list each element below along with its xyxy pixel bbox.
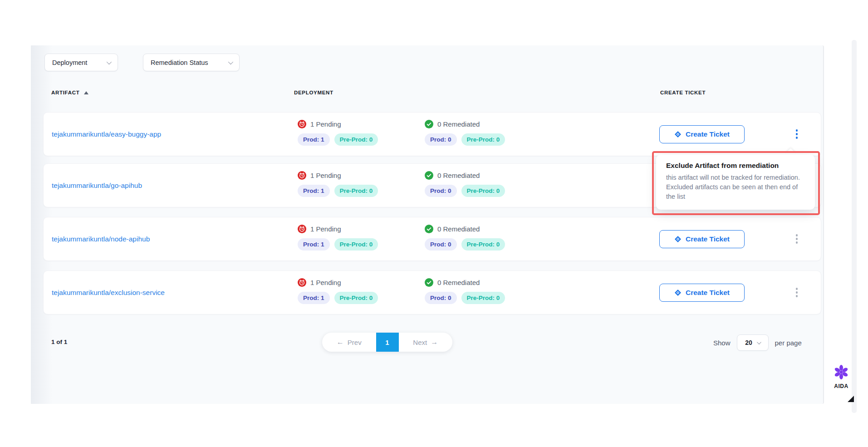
table-header: ARTIFACT DEPLOYMENT CREATE TICKET xyxy=(31,90,823,100)
page-size-control: Show 20 per page xyxy=(713,334,802,352)
table-row: tejakummarikuntla/node-apihub 1 Pending … xyxy=(43,217,821,261)
ticket-diamond-icon xyxy=(674,236,682,243)
artifact-link[interactable]: tejakummarikuntla/easy-buggy-app xyxy=(52,130,161,138)
artifact-link[interactable]: tejakummarikuntla/exclusion-service xyxy=(52,289,165,297)
tooltip-body: this artifact will not be tracked for re… xyxy=(666,173,805,201)
next-page-label: Next xyxy=(413,339,427,346)
per-page-label: per page xyxy=(775,339,802,347)
remediated-check-icon xyxy=(425,171,433,180)
table-row: tejakummarikuntla/exclusion-service 1 Pe… xyxy=(43,270,821,314)
aida-label: AIDA xyxy=(831,383,851,389)
sort-ascending-icon xyxy=(84,91,88,94)
prod-pending-badge: Prod: 1 xyxy=(298,185,330,197)
preprod-remediated-badge: Pre-Prod: 0 xyxy=(461,185,505,197)
row-menu-kebab-icon[interactable] xyxy=(783,217,810,260)
page-size-value: 20 xyxy=(745,339,752,346)
arrow-right-icon: → xyxy=(431,338,438,346)
create-ticket-button[interactable]: Create Ticket xyxy=(659,230,745,248)
prod-remediated-badge: Prod: 0 xyxy=(425,185,457,197)
ticket-diamond-icon xyxy=(674,289,682,296)
resize-handle-cursor xyxy=(848,396,854,402)
pending-clock-icon xyxy=(298,171,306,180)
page-summary: 1 of 1 xyxy=(51,339,67,345)
current-page-button[interactable]: 1 xyxy=(376,333,399,352)
remediated-cell: 0 Remediated Prod: 0 Pre-Prod: 0 xyxy=(425,224,505,251)
remediation-status-filter-label: Remediation Status xyxy=(151,59,208,66)
chevron-down-icon xyxy=(107,59,112,64)
pending-clock-icon xyxy=(298,120,306,128)
pagination-control: ← Prev 1 Next → xyxy=(322,333,452,352)
column-header-artifact-label: ARTIFACT xyxy=(51,90,79,95)
remediated-count-label: 0 Remediated xyxy=(437,225,480,233)
aida-widget[interactable]: AIDA xyxy=(831,364,851,389)
pending-cell: 1 Pending Prod: 1 Pre-Prod: 0 xyxy=(298,119,378,146)
pending-cell: 1 Pending Prod: 1 Pre-Prod: 0 xyxy=(298,278,378,304)
page-size-select[interactable]: 20 xyxy=(737,334,769,351)
create-ticket-label: Create Ticket xyxy=(686,289,730,297)
show-label: Show xyxy=(713,339,731,347)
remediated-cell: 0 Remediated Prod: 0 Pre-Prod: 0 xyxy=(425,278,505,304)
column-header-deployment: DEPLOYMENT xyxy=(294,90,333,95)
prod-remediated-badge: Prod: 0 xyxy=(425,292,457,304)
preprod-remediated-badge: Pre-Prod: 0 xyxy=(461,238,505,251)
prod-pending-badge: Prod: 1 xyxy=(298,133,330,146)
preprod-pending-badge: Pre-Prod: 0 xyxy=(334,133,378,146)
page: Deployment Remediation Status ARTIFACT D… xyxy=(0,0,868,447)
preprod-remediated-badge: Pre-Prod: 0 xyxy=(461,133,505,146)
preprod-remediated-badge: Pre-Prod: 0 xyxy=(461,292,505,304)
table-row: tejakummarikuntla/easy-buggy-app 1 Pendi… xyxy=(43,112,821,156)
column-header-artifact[interactable]: ARTIFACT xyxy=(51,90,88,95)
prev-page-label: Prev xyxy=(348,339,362,346)
pending-clock-icon xyxy=(298,278,306,287)
column-header-create-ticket-label: CREATE TICKET xyxy=(660,90,706,95)
remediated-count-label: 0 Remediated xyxy=(437,172,480,179)
prod-remediated-badge: Prod: 0 xyxy=(425,238,457,251)
pending-cell: 1 Pending Prod: 1 Pre-Prod: 0 xyxy=(298,171,378,197)
artifact-link[interactable]: tejakummarikuntla/node-apihub xyxy=(52,235,150,243)
prod-pending-badge: Prod: 1 xyxy=(298,238,330,251)
pending-count-label: 1 Pending xyxy=(310,120,341,128)
tooltip-title: Exclude Artifact from remediation xyxy=(666,162,805,170)
remediated-count-label: 0 Remediated xyxy=(437,120,480,128)
chevron-down-icon xyxy=(757,340,761,344)
ticket-diamond-icon xyxy=(674,131,682,138)
arrow-left-icon: ← xyxy=(337,338,344,346)
row-menu-kebab-icon[interactable] xyxy=(783,113,810,156)
pending-clock-icon xyxy=(298,225,306,233)
create-ticket-button[interactable]: Create Ticket xyxy=(659,125,745,143)
pending-count-label: 1 Pending xyxy=(310,279,341,286)
create-ticket-label: Create Ticket xyxy=(686,130,730,138)
prod-pending-badge: Prod: 1 xyxy=(298,292,330,304)
remediated-check-icon xyxy=(425,225,433,233)
exclude-artifact-tooltip: Exclude Artifact from remediation this a… xyxy=(656,155,815,210)
preprod-pending-badge: Pre-Prod: 0 xyxy=(334,292,378,304)
artifact-link[interactable]: tejakummarikuntla/go-apihub xyxy=(52,182,142,190)
next-page-button[interactable]: Next → xyxy=(399,333,453,352)
pending-cell: 1 Pending Prod: 1 Pre-Prod: 0 xyxy=(298,224,378,251)
prod-remediated-badge: Prod: 0 xyxy=(425,133,457,146)
create-ticket-button[interactable]: Create Ticket xyxy=(659,284,745,302)
pending-count-label: 1 Pending xyxy=(310,225,341,233)
deployment-filter-dropdown[interactable]: Deployment xyxy=(44,54,118,71)
pending-count-label: 1 Pending xyxy=(310,172,341,179)
preprod-pending-badge: Pre-Prod: 0 xyxy=(334,185,378,197)
remediation-status-filter-dropdown[interactable]: Remediation Status xyxy=(143,54,240,71)
prev-page-button[interactable]: ← Prev xyxy=(322,333,376,352)
deployment-filter-label: Deployment xyxy=(52,59,87,66)
scrollbar-track[interactable] xyxy=(852,40,857,413)
create-ticket-label: Create Ticket xyxy=(686,235,730,243)
aida-flower-icon xyxy=(834,373,849,381)
remediated-cell: 0 Remediated Prod: 0 Pre-Prod: 0 xyxy=(425,119,505,146)
column-header-deployment-label: DEPLOYMENT xyxy=(294,90,333,95)
row-menu-kebab-icon[interactable] xyxy=(783,271,810,314)
remediated-check-icon xyxy=(425,120,433,128)
remediated-count-label: 0 Remediated xyxy=(437,279,480,286)
preprod-pending-badge: Pre-Prod: 0 xyxy=(334,238,378,251)
column-header-create-ticket: CREATE TICKET xyxy=(660,90,706,95)
remediated-cell: 0 Remediated Prod: 0 Pre-Prod: 0 xyxy=(425,171,505,197)
chevron-down-icon xyxy=(228,59,233,64)
remediated-check-icon xyxy=(425,278,433,287)
